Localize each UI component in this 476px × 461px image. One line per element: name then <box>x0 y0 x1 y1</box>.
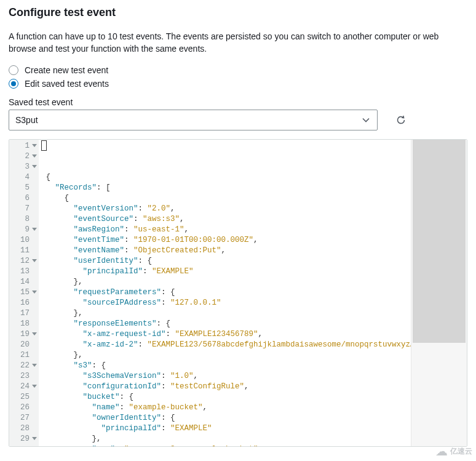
refresh-button[interactable] <box>395 114 407 126</box>
radio-icon <box>9 79 18 89</box>
page-title: Configure test event <box>9 6 467 19</box>
editor-gutter: 1234567891011121314151617181920212223242… <box>9 140 39 446</box>
saved-event-select[interactable]: S3put <box>9 110 378 130</box>
saved-event-select-value: S3put <box>15 115 38 125</box>
radio-label: Create new test event <box>25 65 108 75</box>
editor-cursor <box>41 140 47 151</box>
saved-event-label: Saved test event <box>9 97 467 107</box>
page-description: A function can have up to 10 test events… <box>9 30 467 55</box>
json-editor[interactable]: 1234567891011121314151617181920212223242… <box>9 139 467 447</box>
editor-scrollbar-track[interactable] <box>411 140 467 446</box>
editor-scrollbar-thumb[interactable] <box>413 140 466 343</box>
chevron-down-icon <box>360 114 372 126</box>
edit-saved-events-radio[interactable]: Edit saved test events <box>9 79 467 89</box>
radio-icon <box>9 65 18 75</box>
refresh-icon <box>395 114 407 126</box>
event-mode-radio-group: Create new test event Edit saved test ev… <box>9 65 467 89</box>
create-new-event-radio[interactable]: Create new test event <box>9 65 467 75</box>
editor-code[interactable]: { "Records": [ { "eventVersion": "2.0", … <box>39 140 411 446</box>
radio-label: Edit saved test events <box>25 79 109 89</box>
